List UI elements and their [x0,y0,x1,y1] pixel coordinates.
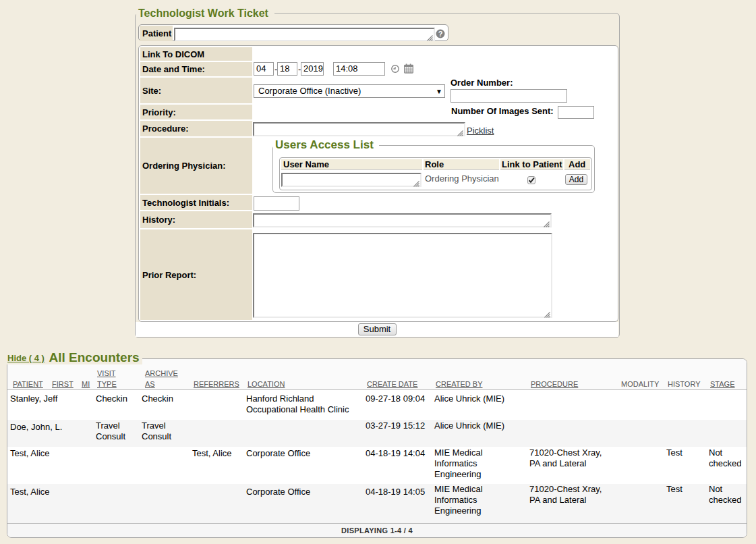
svg-text:?: ? [438,30,443,38]
